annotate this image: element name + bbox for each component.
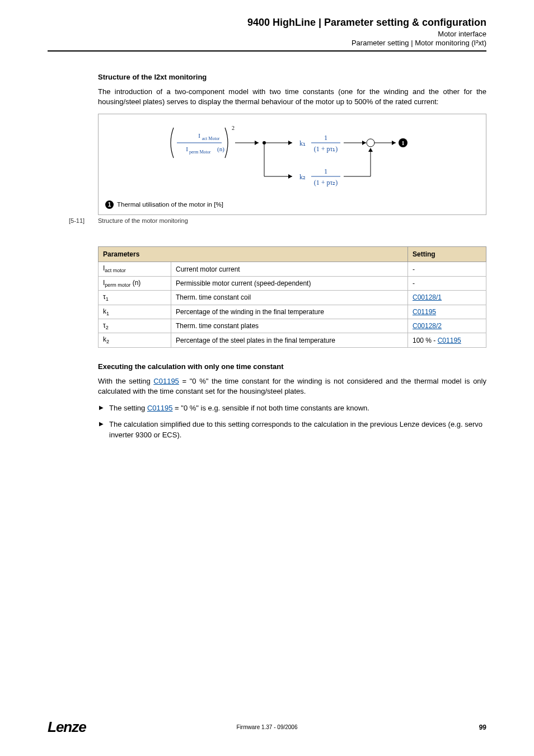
k2-label: k₂ — [299, 173, 306, 181]
page-header: 9400 HighLine | Parameter setting & conf… — [48, 17, 486, 47]
setting-link[interactable]: C01195 — [438, 337, 461, 344]
diagram-caption: 1 Thermal utilisation of the motor in [%… — [105, 200, 479, 209]
svg-marker-7 — [255, 141, 259, 145]
param-symbol: k2 — [99, 333, 171, 347]
footer-firmware: Firmware 1.37 - 09/2006 — [237, 724, 298, 730]
bullet-post: = "0 %" is e.g. sensible if not both tim… — [172, 404, 369, 412]
figure-number: [5-11] — [69, 217, 98, 224]
caption-text: Thermal utilisation of the motor in [%] — [117, 201, 223, 208]
diagram-output-marker: 1 — [402, 140, 405, 146]
param-description: Therm. time constant plates — [171, 319, 408, 333]
header-title: 9400 HighLine | Parameter setting & conf… — [48, 17, 486, 29]
exponent: 2 — [232, 125, 235, 131]
table-row: τ1Therm. time constant coilC00128/1 — [99, 291, 486, 305]
param-setting: C00128/2 — [408, 319, 486, 333]
block-diagram-svg: I act Motor I perm Motor (n) 2 — [147, 123, 438, 190]
table-row: Iact motorCurrent motor current- — [99, 262, 486, 276]
lenze-logo: Lenze — [48, 718, 86, 736]
param-description: Therm. time constant coil — [171, 291, 408, 305]
svg-marker-20 — [288, 174, 292, 179]
svg-text:perm Motor: perm Motor — [189, 150, 211, 155]
param-setting: C00128/1 — [408, 291, 486, 305]
param-symbol: τ1 — [99, 291, 171, 305]
param-description: Permissible motor current (speed-depende… — [171, 276, 408, 290]
param-symbol: Iact motor — [99, 262, 171, 276]
s2-para-pre: With the setting — [98, 377, 153, 385]
setting-link[interactable]: C01195 — [413, 308, 436, 316]
param-setting: - — [408, 262, 486, 276]
list-item: The calculation simplified due to this s… — [99, 419, 486, 441]
block-diagram: I act Motor I perm Motor (n) 2 — [98, 114, 486, 215]
th-parameters: Parameters — [99, 247, 408, 262]
footer-page-number: 99 — [479, 724, 486, 731]
param-setting: 100 % - C01195 — [408, 333, 486, 347]
setting-link[interactable]: C00128/2 — [413, 322, 442, 330]
param-description: Percentage of the steel plates in the fi… — [171, 333, 408, 347]
tf1-den: (1 + pτ₁) — [314, 145, 338, 153]
tf1-num: 1 — [324, 134, 327, 142]
header-subtitle-2: Parameter setting | Motor monitoring (I²… — [48, 39, 486, 47]
figure-text: Structure of the motor monitoring — [98, 217, 188, 224]
svg-marker-11 — [288, 141, 292, 145]
intro-paragraph: The introduction of a two-component mode… — [98, 87, 486, 107]
caption-marker: 1 — [105, 200, 114, 209]
param-setting: - — [408, 276, 486, 290]
header-subtitle-1: Motor interface — [48, 30, 486, 38]
tf2-den: (1 + pτ₂) — [314, 179, 338, 186]
link-c01195-inline[interactable]: C01195 — [153, 377, 179, 385]
tf2-num: 1 — [324, 167, 327, 175]
svg-point-15 — [367, 139, 374, 147]
param-symbol: τ2 — [99, 319, 171, 333]
bullet-link[interactable]: C01195 — [147, 404, 173, 412]
param-symbol: k1 — [99, 305, 171, 319]
parameters-table: Parameters Setting Iact motorCurrent mot… — [98, 246, 486, 347]
table-row: τ2Therm. time constant platesC00128/2 — [99, 319, 486, 333]
k1-label: k₁ — [299, 139, 306, 147]
bullet-pre: The calculation simplified due to this s… — [109, 420, 483, 439]
figure-label: [5-11] Structure of the motor monitoring — [69, 217, 486, 224]
param-setting: C01195 — [408, 305, 486, 319]
section2-paragraph: With the setting C01195 = "0 %" the time… — [98, 376, 486, 396]
section-heading-executing: Executing the calculation with only one … — [98, 362, 486, 371]
svg-text:I: I — [186, 146, 188, 152]
setting-prefix: 100 % - — [413, 337, 438, 344]
table-row: Iperm motor (n)Permissible motor current… — [99, 276, 486, 290]
bullet-pre: The setting — [109, 404, 147, 412]
table-row: k1Percentage of the winding in the final… — [99, 305, 486, 319]
list-item: The setting C01195 = "0 %" is e.g. sensi… — [99, 403, 486, 414]
header-rule — [48, 50, 486, 52]
th-setting: Setting — [408, 247, 486, 262]
svg-text:I: I — [198, 132, 200, 139]
param-description: Current motor current — [171, 262, 408, 276]
svg-marker-14 — [362, 141, 366, 145]
setting-link[interactable]: C00128/1 — [413, 293, 442, 301]
svg-text:(n): (n) — [217, 146, 224, 153]
page-footer: Lenze Firmware 1.37 - 09/2006 99 — [48, 718, 486, 736]
bullet-list: The setting C01195 = "0 %" is e.g. sensi… — [98, 403, 486, 441]
param-description: Percentage of the winding in the final t… — [171, 305, 408, 319]
svg-marker-17 — [392, 141, 396, 145]
param-symbol: Iperm motor (n) — [99, 276, 171, 290]
svg-text:act Motor: act Motor — [202, 136, 220, 141]
svg-marker-24 — [368, 148, 373, 152]
table-row: k2Percentage of the steel plates in the … — [99, 333, 486, 347]
section-heading-structure: Structure of the I2xt monitoring — [98, 73, 486, 81]
